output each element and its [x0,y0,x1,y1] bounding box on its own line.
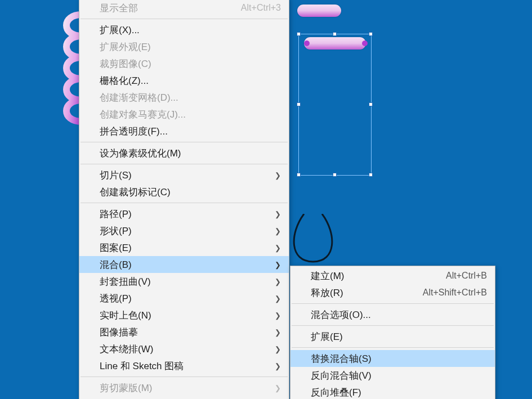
menu-item-label: 剪切蒙版(M) [100,382,268,394]
menu-item: 创建渐变网格(D)... [79,89,289,106]
chevron-right-icon: ❯ [275,362,281,370]
menu-item: 剪切蒙版(M)❯ [79,379,289,396]
menu-item-label: 释放(R) [311,286,409,299]
menu-item[interactable]: 释放(R)Alt+Shift+Ctrl+B [290,284,495,301]
chevron-right-icon: ❯ [275,311,281,320]
chevron-right-icon: ❯ [275,210,281,218]
menu-separator [81,164,288,164]
menu-shortcut: Alt+Shift+Ctrl+B [423,288,487,298]
menu-item-label: 反向堆叠(F) [311,386,487,399]
menu-separator [292,347,494,348]
menu-item-label: 图像描摹 [100,326,268,339]
menu-item-label: 栅格化(Z)... [100,74,281,87]
menu-item[interactable]: 路径(P)❯ [79,205,289,222]
menu-separator [292,325,494,326]
menu-shortcut: Alt+Ctrl+3 [241,3,281,13]
selection-handle[interactable] [333,173,337,177]
menu-item-label: 建立(M) [311,270,432,283]
menu-item-label: Line 和 Sketch 图稿 [100,360,268,373]
menu-item-label: 扩展(X)... [100,24,281,37]
menu-item-label: 扩展(E) [311,330,487,343]
menu-item-label: 反向混合轴(V) [311,369,487,382]
object-menu: 显示全部Alt+Ctrl+3扩展(X)...扩展外观(E)裁剪图像(C)栅格化(… [79,0,289,399]
menu-item: 创建对象马赛克(J)... [79,106,289,123]
menu-item[interactable]: 透视(P)❯ [79,290,289,307]
menu-separator [81,376,288,377]
chevron-right-icon: ❯ [275,384,281,392]
menu-item-label: 扩展外观(E) [100,41,281,53]
menu-item-label: 裁剪图像(C) [100,57,281,70]
menu-item[interactable]: Line 和 Sketch 图稿❯ [79,357,289,374]
menu-item[interactable]: 扩展(E) [290,328,495,345]
chevron-right-icon: ❯ [275,345,281,353]
menu-item[interactable]: 反向混合轴(V) [290,367,495,384]
chevron-right-icon: ❯ [275,328,281,337]
menu-shortcut: Alt+Ctrl+B [446,271,487,281]
chevron-right-icon: ❯ [275,171,281,180]
menu-item[interactable]: 设为像素级优化(M) [79,145,289,162]
menu-item[interactable]: 图案(E)❯ [79,239,289,256]
menu-item-label: 拼合透明度(F)... [100,125,281,138]
menu-separator [292,303,494,304]
blend-submenu: 建立(M)Alt+Ctrl+B释放(R)Alt+Shift+Ctrl+B混合选项… [290,266,495,399]
menu-item[interactable]: 图像描摹❯ [79,324,289,340]
menu-item[interactable]: 实时上色(N)❯ [79,307,289,324]
anchor-point[interactable] [362,41,368,46]
selection-handle[interactable] [297,173,301,177]
selection-handle[interactable] [297,102,301,106]
menu-item: 显示全部Alt+Ctrl+3 [79,0,289,16]
menu-item[interactable]: 栅格化(Z)... [79,72,289,89]
menu-separator [81,203,288,203]
menu-item[interactable]: 形状(P)❯ [79,222,289,239]
anchor-point[interactable] [304,41,310,46]
menu-item-label: 替换混合轴(S) [311,352,487,365]
menu-item-label: 透视(P) [100,292,268,305]
selection-handle[interactable] [369,32,373,36]
menu-item[interactable]: 创建裁切标记(C) [79,183,289,200]
chevron-right-icon: ❯ [275,244,281,252]
chevron-right-icon: ❯ [275,227,281,235]
selection-handle[interactable] [369,173,373,177]
menu-item: 扩展外观(E) [79,38,289,55]
selection-handle[interactable] [369,102,373,106]
menu-item-label: 图案(E) [100,241,268,254]
menu-item-label: 实时上色(N) [100,309,268,322]
menu-item-label: 创建渐变网格(D)... [100,91,281,104]
menu-item-label: 文本绕排(W) [100,343,268,356]
menu-item-label: 显示全部 [100,2,227,15]
loop-artwork [293,214,338,264]
menu-item[interactable]: 文本绕排(W)❯ [79,340,289,357]
menu-item[interactable]: 替换混合轴(S) [290,350,495,367]
selection-handle[interactable] [297,32,301,36]
selection-handle[interactable] [333,32,337,36]
menu-item-label: 形状(P) [100,225,268,237]
chevron-right-icon: ❯ [275,277,281,286]
menu-item-label: 创建对象马赛克(J)... [100,108,281,121]
chevron-right-icon: ❯ [275,261,281,269]
menu-item[interactable]: 扩展(X)... [79,21,289,38]
canvas: 显示全部Alt+Ctrl+3扩展(X)...扩展外观(E)裁剪图像(C)栅格化(… [0,0,532,399]
capsule-shape-2[interactable] [304,37,366,50]
menu-item[interactable]: 建立(M)Alt+Ctrl+B [290,267,495,284]
menu-item: 裁剪图像(C) [79,55,289,72]
menu-item[interactable]: 拼合透明度(F)... [79,123,289,140]
menu-item-label: 设为像素级优化(M) [100,147,281,160]
menu-item[interactable]: 混合(B)❯ [79,256,289,273]
menu-item-label: 混合(B) [100,258,268,271]
menu-item-label: 封套扭曲(V) [100,275,268,288]
menu-separator [81,19,288,19]
menu-item[interactable]: 切片(S)❯ [79,167,289,183]
menu-item-label: 切片(S) [100,169,268,182]
menu-item[interactable]: 混合选项(O)... [290,306,495,323]
menu-item-label: 创建裁切标记(C) [100,186,281,199]
menu-item[interactable]: 反向堆叠(F) [290,384,495,399]
menu-separator [81,142,288,142]
menu-item-label: 混合选项(O)... [311,308,487,321]
selection-bounds [298,34,372,176]
chevron-right-icon: ❯ [275,294,281,303]
menu-item-label: 路径(P) [100,208,268,221]
capsule-shape-1 [297,5,341,17]
menu-item[interactable]: 封套扭曲(V)❯ [79,273,289,290]
